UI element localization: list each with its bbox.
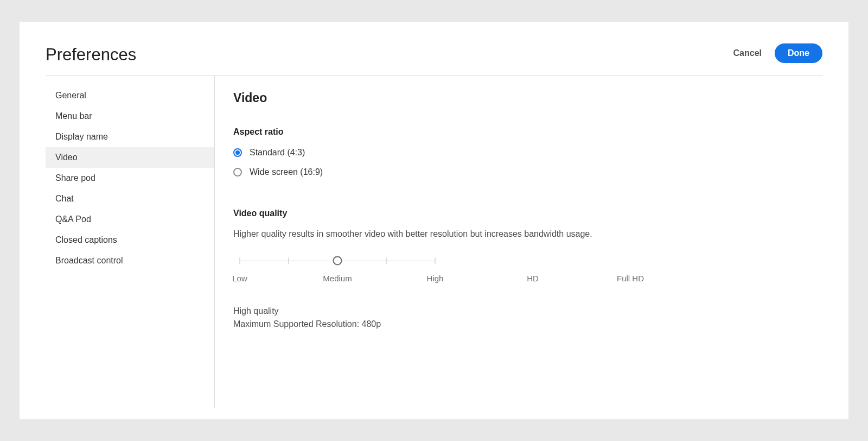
radio-label: Wide screen (16:9) xyxy=(250,167,323,177)
dialog-header: Preferences Cancel Done xyxy=(46,43,822,75)
sidebar-item-general[interactable]: General xyxy=(46,85,214,106)
cancel-button[interactable]: Cancel xyxy=(733,48,762,58)
sidebar-item-display-name[interactable]: Display name xyxy=(46,127,214,147)
sidebar-item-q-a-pod[interactable]: Q&A Pod xyxy=(46,209,214,230)
slider-thumb[interactable] xyxy=(333,256,342,266)
radio-label: Standard (4:3) xyxy=(250,148,305,158)
slider-step-label: High xyxy=(419,274,451,283)
aspect-ratio-section: Aspect ratio Standard (4:3)Wide screen (… xyxy=(233,127,822,177)
slider-step-label: Low xyxy=(224,274,256,283)
dialog-body: GeneralMenu barDisplay nameVideoShare po… xyxy=(46,75,822,408)
done-button[interactable]: Done xyxy=(775,43,822,63)
slider-step-label: Full HD xyxy=(614,274,647,283)
aspect-ratio-option-0[interactable]: Standard (4:3) xyxy=(233,148,822,158)
radio-icon xyxy=(233,168,242,177)
sidebar-item-share-pod[interactable]: Share pod xyxy=(46,168,214,188)
preferences-dialog: Preferences Cancel Done GeneralMenu barD… xyxy=(20,22,848,419)
video-quality-section: Video quality Higher quality results in … xyxy=(233,209,822,331)
aspect-ratio-option-1[interactable]: Wide screen (16:9) xyxy=(233,167,822,177)
slider-tick xyxy=(289,257,289,264)
slider-tick xyxy=(386,257,387,264)
quality-status-line2: Maximum Supported Resolution: 480p xyxy=(233,318,822,331)
sidebar: GeneralMenu barDisplay nameVideoShare po… xyxy=(46,75,215,408)
sidebar-item-closed-captions[interactable]: Closed captions xyxy=(46,230,214,250)
slider-step-label: HD xyxy=(516,274,549,283)
quality-status-line1: High quality xyxy=(233,305,822,318)
slider-step-label: Medium xyxy=(321,274,354,283)
header-actions: Cancel Done xyxy=(733,43,822,66)
sidebar-item-menu-bar[interactable]: Menu bar xyxy=(46,106,214,127)
video-quality-slider[interactable]: LowMediumHighHDFull HD xyxy=(240,255,435,283)
content-heading: Video xyxy=(233,91,822,105)
video-quality-label: Video quality xyxy=(233,209,822,218)
sidebar-item-broadcast-control[interactable]: Broadcast control xyxy=(46,250,214,271)
slider-tick xyxy=(435,257,436,264)
slider-tick xyxy=(240,257,240,264)
dialog-title: Preferences xyxy=(46,45,136,65)
sidebar-item-chat[interactable]: Chat xyxy=(46,188,214,209)
content-panel: Video Aspect ratio Standard (4:3)Wide sc… xyxy=(215,75,822,408)
radio-icon xyxy=(233,148,242,157)
aspect-ratio-label: Aspect ratio xyxy=(233,127,822,137)
sidebar-item-video[interactable]: Video xyxy=(46,147,214,168)
video-quality-helper: Higher quality results in smoother video… xyxy=(233,229,822,239)
